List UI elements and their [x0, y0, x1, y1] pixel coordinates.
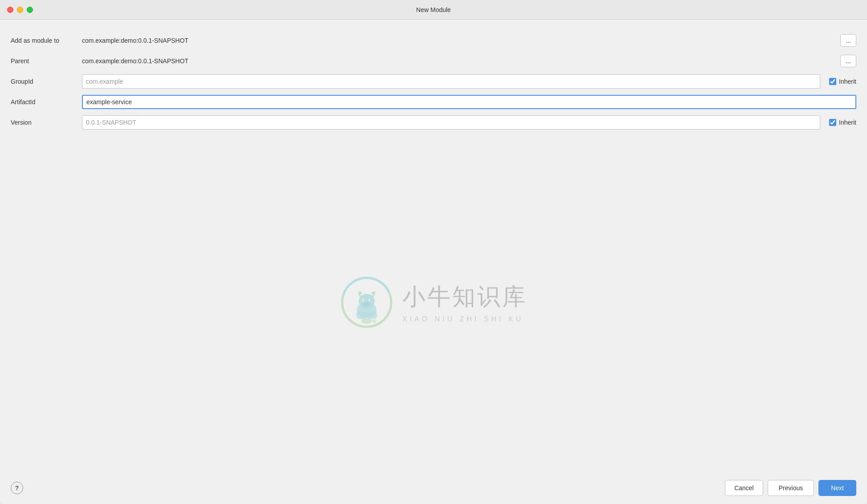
artifact-id-input-wrapper	[82, 95, 856, 109]
group-id-input-wrapper: Inherit	[82, 74, 856, 89]
window-title: New Module	[416, 6, 451, 13]
traffic-lights	[7, 7, 33, 13]
parent-label: Parent	[11, 57, 82, 65]
version-row: Version Inherit	[11, 112, 856, 133]
parent-value-wrapper: com.example:demo:0.0.1-SNAPSHOT ...	[82, 55, 856, 67]
watermark-inner: 小牛知识库 XIAO NIU ZHI SHI KU	[340, 276, 527, 329]
group-id-label: GroupId	[11, 78, 82, 85]
group-id-inherit-label: Inherit	[839, 78, 856, 85]
footer-left: ?	[11, 482, 23, 494]
svg-point-6	[364, 300, 365, 301]
group-id-input[interactable]	[82, 74, 820, 89]
add-as-module-ellipsis-button[interactable]: ...	[840, 34, 856, 47]
svg-point-8	[363, 302, 370, 306]
watermark-pinyin-text: XIAO NIU ZHI SHI KU	[402, 315, 527, 323]
version-input-wrapper: Inherit	[82, 115, 856, 130]
help-button[interactable]: ?	[11, 482, 23, 494]
group-id-inherit-checkbox[interactable]	[829, 78, 836, 85]
version-label: Version	[11, 119, 82, 126]
group-id-inherit-wrapper: Inherit	[829, 78, 856, 85]
version-inherit-label: Inherit	[839, 119, 856, 126]
artifact-id-row: ArtifactId	[11, 92, 856, 112]
svg-point-9	[361, 318, 372, 324]
add-as-module-row: Add as module to com.example:demo:0.0.1-…	[11, 30, 856, 51]
svg-point-7	[370, 300, 371, 301]
watermark-text: 小牛知识库 XIAO NIU ZHI SHI KU	[402, 281, 527, 323]
artifact-id-label: ArtifactId	[11, 98, 82, 106]
maximize-button[interactable]	[27, 7, 33, 13]
footer-right: Cancel Previous Next	[725, 480, 856, 496]
watermark: 小牛知识库 XIAO NIU ZHI SHI KU	[11, 133, 856, 472]
cancel-button[interactable]: Cancel	[725, 480, 763, 496]
parent-ellipsis-button[interactable]: ...	[840, 55, 856, 67]
version-inherit-wrapper: Inherit	[829, 119, 856, 126]
next-button[interactable]: Next	[818, 480, 856, 496]
parent-value: com.example:demo:0.0.1-SNAPSHOT	[82, 57, 833, 65]
add-as-module-value-wrapper: com.example:demo:0.0.1-SNAPSHOT ...	[82, 34, 856, 47]
parent-row: Parent com.example:demo:0.0.1-SNAPSHOT .…	[11, 51, 856, 71]
add-as-module-label: Add as module to	[11, 37, 82, 44]
previous-button[interactable]: Previous	[768, 480, 814, 496]
content-area: Add as module to com.example:demo:0.0.1-…	[0, 20, 867, 472]
watermark-chinese-text: 小牛知识库	[402, 281, 527, 313]
minimize-button[interactable]	[17, 7, 23, 13]
version-input[interactable]	[82, 115, 820, 130]
group-id-row: GroupId Inherit	[11, 71, 856, 92]
version-inherit-checkbox[interactable]	[829, 119, 836, 126]
watermark-logo-icon	[340, 276, 393, 329]
close-button[interactable]	[7, 7, 13, 13]
form-section: Add as module to com.example:demo:0.0.1-…	[11, 30, 856, 133]
add-as-module-value: com.example:demo:0.0.1-SNAPSHOT	[82, 37, 833, 44]
title-bar: New Module	[0, 0, 867, 20]
artifact-id-input[interactable]	[82, 95, 856, 109]
window: New Module Add as module to com.example:…	[0, 0, 867, 504]
footer: ? Cancel Previous Next	[0, 472, 867, 504]
